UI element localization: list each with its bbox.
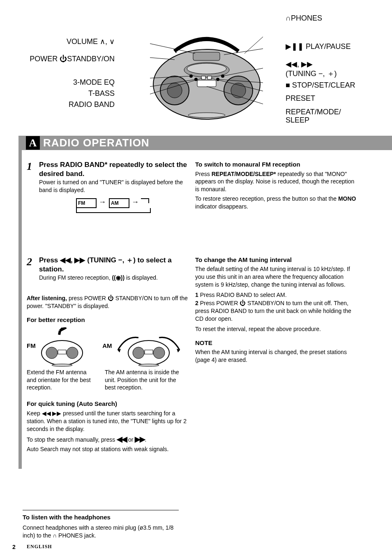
fm-reception-illustration bbox=[37, 327, 87, 368]
svg-point-34 bbox=[153, 347, 165, 359]
step-1: 1 Press RADIO BAND* repeatedly to select… bbox=[27, 160, 191, 211]
svg-point-33 bbox=[133, 347, 144, 359]
am-reception-illustration bbox=[114, 327, 184, 368]
label-tuning-1: ◀◀, ▶▶ bbox=[286, 60, 313, 69]
label-tbass: T-BASS bbox=[88, 89, 115, 98]
svg-point-36 bbox=[138, 364, 159, 366]
am-interval-body-2: To reset the interval, repeat the above … bbox=[195, 325, 360, 333]
stereo-icon: ((◉)) bbox=[112, 274, 125, 281]
svg-point-15 bbox=[188, 113, 225, 118]
step-1-heading: Press RADIO BAND* repeatedly to select t… bbox=[39, 160, 191, 178]
label-tuning-2: (TUNING −, ＋) bbox=[286, 69, 337, 79]
after-listening-heading: After listening, bbox=[27, 295, 67, 301]
label-3mode-eq: 3-MODE EQ bbox=[73, 78, 115, 87]
am-caption: The AM antenna is inside the unit. Posit… bbox=[105, 368, 183, 392]
right-column: To switch to monaural FM reception Press… bbox=[195, 160, 360, 364]
label-preset: PRESET bbox=[286, 94, 315, 103]
mono-body-2: To restore stereo reception, press the b… bbox=[195, 195, 360, 211]
rewind-forward-icon: ◀◀, ▶▶ bbox=[60, 256, 85, 264]
note-body: When the AM tuning interval is changed, … bbox=[195, 348, 360, 364]
rewind-forward-icon: ◀◀ ▶▶ bbox=[42, 410, 62, 417]
svg-point-31 bbox=[52, 364, 72, 366]
svg-point-8 bbox=[231, 83, 246, 98]
power-icon: ⏻ bbox=[240, 299, 246, 306]
mono-heading: To switch to monaural FM reception bbox=[195, 160, 360, 169]
step-1-body: Power is turned on and "TUNER" is displa… bbox=[39, 178, 191, 194]
svg-rect-4 bbox=[197, 80, 216, 87]
section-title: RADIO OPERATION bbox=[43, 136, 150, 150]
svg-rect-30 bbox=[58, 350, 66, 354]
label-play-pause: ▶❚❚ PLAY/PAUSE bbox=[286, 42, 350, 51]
label-volume: VOLUME ∧, ∨ bbox=[67, 37, 115, 46]
step-2: 2 Press ◀◀, ▶▶ (TUNING −, ＋) to select a… bbox=[27, 256, 191, 282]
body: 1 Press RADIO BAND* repeatedly to select… bbox=[23, 160, 369, 489]
headphones-icon: ∩ bbox=[53, 532, 57, 539]
fm-caption: Extend the FM antenna and orientate for … bbox=[27, 368, 97, 392]
left-column: 1 Press RADIO BAND* repeatedly to select… bbox=[27, 160, 191, 453]
controls-diagram: VOLUME ∧, ∨ POWER ⏻STANDBY/ON 3-MODE EQ … bbox=[23, 12, 369, 132]
section-bar: A RADIO OPERATION bbox=[18, 136, 369, 150]
reception-diagrams: FM AM bbox=[27, 327, 191, 392]
svg-rect-1 bbox=[193, 52, 220, 60]
svg-rect-14 bbox=[208, 76, 212, 79]
step-1-number: 1 bbox=[27, 160, 32, 173]
svg-line-21 bbox=[244, 35, 263, 53]
section-letter: A bbox=[26, 136, 40, 150]
quick-tuning-heading: For quick tuning (Auto Search) bbox=[27, 400, 191, 408]
note-heading: NOTE bbox=[195, 339, 360, 347]
better-reception-heading: For better reception bbox=[27, 316, 191, 324]
after-listening: After listening, press POWER ⏻ STANDBY/O… bbox=[27, 294, 191, 310]
quick-tuning-body-3: Auto Search may not stop at stations wit… bbox=[27, 445, 191, 453]
rewind-icon: ◀◀ bbox=[117, 435, 127, 444]
am-interval-list: 1 Press RADIO BAND to select AM. 2 Press… bbox=[195, 291, 360, 323]
svg-point-29 bbox=[67, 347, 78, 359]
step-2-heading: Press ◀◀, ▶▶ (TUNING −, ＋) to select a s… bbox=[39, 256, 191, 274]
power-icon: ⏻ bbox=[108, 294, 114, 301]
label-repeat-1: REPEAT/MODE/ bbox=[286, 108, 341, 116]
svg-point-6 bbox=[167, 83, 182, 98]
page-number: 2 bbox=[12, 544, 16, 550]
band-cycle-diagram: FM → AM → bbox=[76, 198, 158, 211]
label-phones: ∩PHONES bbox=[286, 14, 322, 23]
headphones-heading: To listen with the headphones bbox=[23, 514, 187, 521]
svg-rect-13 bbox=[201, 76, 205, 79]
svg-point-3 bbox=[187, 63, 226, 74]
label-radio-band: RADIO BAND bbox=[69, 100, 115, 109]
language-label: ENGLISH bbox=[27, 544, 52, 550]
fm-label: FM bbox=[27, 327, 36, 350]
headphones-footnote: To listen with the headphones Connect he… bbox=[23, 510, 187, 540]
am-label: AM bbox=[102, 327, 112, 350]
headphones-body: Connect headphones with a stereo mini pl… bbox=[23, 524, 187, 540]
boombox-illustration bbox=[150, 35, 263, 121]
mono-body: Press REPEAT/MODE/SLEEP* repeatedly so t… bbox=[195, 170, 360, 194]
am-interval-heading: To change the AM tuning interval bbox=[195, 256, 360, 264]
label-repeat-2: SLEEP bbox=[286, 116, 309, 125]
step-2-number: 2 bbox=[27, 256, 32, 268]
quick-tuning-body: Keep ◀◀ ▶▶ pressed until the tuner start… bbox=[27, 410, 191, 433]
label-stop: ■ STOP/SET/CLEAR bbox=[286, 81, 355, 90]
svg-point-28 bbox=[46, 347, 58, 359]
am-interval-body: The default setting of the AM tuning int… bbox=[195, 265, 360, 289]
step-2-body: During FM stereo reception, ((◉)) is dis… bbox=[39, 274, 191, 282]
forward-icon: ▶▶ bbox=[135, 435, 145, 444]
label-power: POWER ⏻STANDBY/ON bbox=[30, 55, 115, 63]
svg-rect-35 bbox=[145, 350, 153, 354]
quick-tuning-body-2: To stop the search manually, press ◀◀ or… bbox=[27, 435, 191, 444]
